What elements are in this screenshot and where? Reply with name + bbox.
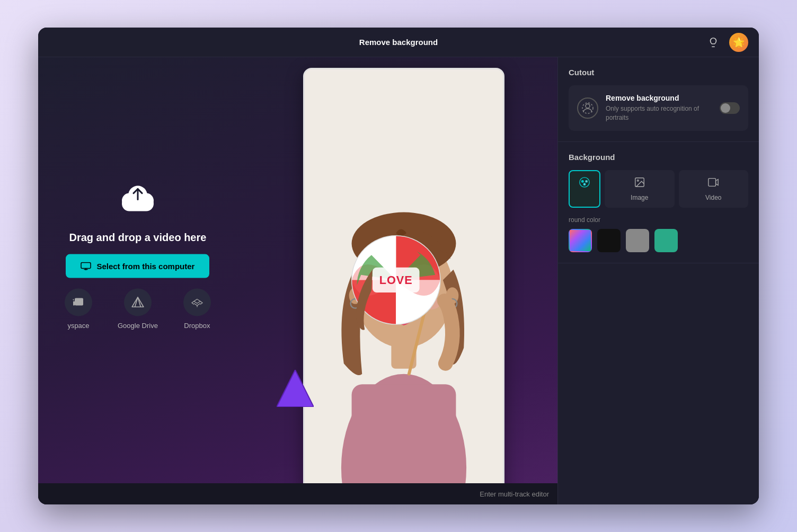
toggle-knob <box>721 103 730 113</box>
svg-point-53 <box>637 180 639 181</box>
upload-cloud-icon <box>117 182 159 221</box>
color-swatches <box>569 229 748 252</box>
remove-bg-toggle[interactable] <box>720 102 740 114</box>
title-bar: Remove background 🌟 <box>38 28 759 57</box>
svg-rect-6 <box>81 262 91 268</box>
svg-rect-54 <box>709 178 716 186</box>
color-swatch-gradient[interactable] <box>569 229 592 252</box>
source-myspace[interactable]: yspace <box>65 289 92 330</box>
color-row-label: round color <box>569 216 748 224</box>
source-icons: yspace Google Drive <box>65 289 211 330</box>
cutout-section: Cutout Remove background Only supports a… <box>558 57 759 142</box>
source-google-drive[interactable]: Google Drive <box>118 289 158 330</box>
photo-preview-inner: LOVE <box>305 69 503 504</box>
image-tab-label: Image <box>631 194 648 201</box>
editor-panel: Drag and drop a video here Select from t… <box>38 57 557 504</box>
cutout-option-text: Remove background Only supports auto rec… <box>606 94 712 122</box>
svg-point-48 <box>580 177 589 187</box>
svg-rect-9 <box>73 302 75 306</box>
svg-point-49 <box>582 180 584 182</box>
portrait-icon <box>577 97 598 119</box>
upload-area: Drag and drop a video here Select from t… <box>38 57 557 483</box>
myspace-icon <box>65 289 92 316</box>
color-tab-icon <box>579 176 590 191</box>
main-content: Drag and drop a video here Select from t… <box>38 57 759 504</box>
color-swatch-gray[interactable] <box>626 229 649 252</box>
dropbox-label: Dropbox <box>184 322 210 330</box>
video-tab-icon <box>707 176 719 191</box>
bottom-bar-text: Enter multi-track editor <box>480 490 549 498</box>
image-tab-icon <box>634 176 645 191</box>
title-bar-actions: 🌟 <box>705 33 748 52</box>
tab-video[interactable]: Video <box>679 170 749 208</box>
user-avatar[interactable]: 🌟 <box>729 33 748 52</box>
background-section-title: Background <box>569 153 748 162</box>
myspace-label: yspace <box>67 322 89 330</box>
page-title: Remove background <box>359 38 438 47</box>
google-drive-label: Google Drive <box>118 322 158 330</box>
background-tabs: Image Video <box>569 170 748 208</box>
bottom-bar: Enter multi-track editor <box>38 483 557 504</box>
svg-point-46 <box>586 104 590 108</box>
color-swatch-teal[interactable] <box>654 229 678 252</box>
cursor-arrow <box>277 370 314 409</box>
svg-text:LOVE: LOVE <box>379 273 413 287</box>
dropbox-icon <box>183 289 211 316</box>
source-dropbox[interactable]: Dropbox <box>183 289 211 330</box>
google-drive-icon <box>124 289 152 316</box>
cutout-option-title: Remove background <box>606 94 712 102</box>
cutout-option-desc: Only supports auto recognition of portra… <box>606 104 712 122</box>
cutout-option: Remove background Only supports auto rec… <box>569 85 748 131</box>
background-section: Background <box>558 142 759 263</box>
tab-image[interactable]: Image <box>605 170 675 208</box>
right-panel: Cutout Remove background Only supports a… <box>557 57 759 504</box>
cutout-section-title: Cutout <box>569 68 748 77</box>
app-window: Remove background 🌟 <box>38 28 759 504</box>
lightbulb-button[interactable] <box>705 34 722 51</box>
video-tab-label: Video <box>705 194 721 201</box>
svg-marker-55 <box>716 179 719 185</box>
color-swatch-black[interactable] <box>597 229 621 252</box>
svg-marker-45 <box>277 370 314 407</box>
select-from-computer-button[interactable]: Select from this computer <box>66 254 209 278</box>
drag-drop-text: Drag and drop a video here <box>69 232 206 244</box>
svg-point-50 <box>586 180 588 182</box>
svg-point-51 <box>583 183 586 185</box>
tab-color[interactable] <box>569 170 600 208</box>
select-btn-label: Select from this computer <box>96 262 194 271</box>
photo-preview: LOVE <box>303 68 504 504</box>
